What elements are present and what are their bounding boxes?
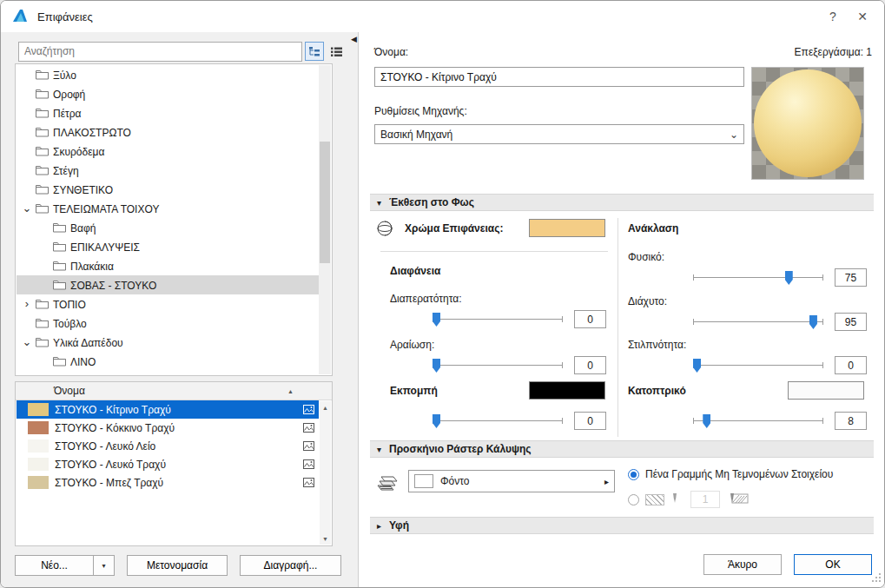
tree-item[interactable]: ⌄Υλικά Δαπέδου <box>17 333 319 352</box>
specular-title: Κατοπτρικό <box>628 385 686 397</box>
emission-value[interactable]: 0 <box>574 412 606 430</box>
section-fill-title: Προσκήνιο Ράστερ Κάλυψης <box>389 443 532 455</box>
emission-slider[interactable] <box>433 413 563 429</box>
tree-item-label: Οροφή <box>53 88 85 101</box>
diffuse-slider[interactable] <box>693 314 823 330</box>
slider-thumb[interactable] <box>433 313 440 327</box>
emission-title: Εκπομπή <box>390 385 438 397</box>
cancel-button[interactable]: Άκυρο <box>703 554 782 575</box>
tree-item[interactable]: Τούβλο <box>17 314 319 333</box>
surface-name: ΣΤΟΥΚΟ - Κόκκινο Τραχύ <box>55 422 298 434</box>
specular-slider[interactable] <box>693 413 823 429</box>
chevron-down-icon[interactable]: ⌄ <box>20 338 34 347</box>
ambient-value[interactable]: 75 <box>835 268 867 287</box>
tree-item[interactable]: ΕΠΙΚΑΛΥΨΕΙΣ <box>17 237 319 256</box>
surface-swatch <box>28 439 49 453</box>
sort-ascending-icon: ▲ <box>287 388 294 394</box>
slider-thumb[interactable] <box>785 271 793 285</box>
new-dropdown-arrow-icon[interactable]: ▾ <box>93 555 115 576</box>
section-light-header[interactable]: ▾ Έκθεση στο Φως <box>370 194 874 211</box>
surface-name-input[interactable] <box>374 67 744 87</box>
section-texture-header[interactable]: ▸ Υφή <box>370 517 874 534</box>
surface-row[interactable]: ΣΤΟΥΚΟ - Κίτρινο Τραχύ <box>17 400 319 419</box>
surface-row[interactable]: ΣΤΟΥΚΟ - Λευκό Λείο <box>17 437 319 455</box>
folder-icon <box>36 165 49 175</box>
section-fill-header[interactable]: ▾ Προσκήνιο Ράστερ Κάλυψης <box>370 440 874 458</box>
specular-value[interactable]: 8 <box>835 412 867 430</box>
transmittance-value[interactable]: 0 <box>574 310 606 328</box>
transmittance-slider[interactable] <box>433 312 563 327</box>
fill-layers-icon <box>376 473 400 495</box>
shininess-value[interactable]: 0 <box>835 356 867 374</box>
new-button[interactable]: Νέο... <box>15 555 93 576</box>
shininess-slider[interactable] <box>693 358 823 373</box>
slider-thumb[interactable] <box>703 414 710 428</box>
search-box <box>18 42 302 62</box>
hatch-icon <box>645 494 664 505</box>
uncut-line-pen-label: Πένα Γραμμής Μη Τεμνομένων Στοιχείου <box>645 468 833 480</box>
search-input[interactable] <box>19 43 301 61</box>
resize-grip[interactable] <box>872 573 882 585</box>
tree-item[interactable]: Πέτρα <box>17 103 319 122</box>
pen-picker-icon <box>670 492 680 507</box>
attenuation-value[interactable]: 0 <box>574 356 606 374</box>
tree-item[interactable]: ⌄ΤΕΛΕΙΩΜΑΤΑ ΤΟΙΧΟΥ <box>17 199 319 218</box>
tree-item[interactable]: Ξύλο <box>17 65 319 84</box>
attenuation-slider[interactable] <box>433 358 563 373</box>
tree-item[interactable]: ΣΟΒΑΣ - ΣΤΟΥΚΟ <box>17 275 319 294</box>
list-header[interactable]: Όνομα ▲ <box>16 382 332 400</box>
chevron-down-icon[interactable]: ⌄ <box>20 204 34 213</box>
folder-icon <box>53 261 66 271</box>
folder-icon <box>36 108 49 118</box>
fill-type-select[interactable]: Φόντο ▸ <box>408 470 615 492</box>
scroll-down-icon[interactable]: ▼ <box>320 532 331 545</box>
diffuse-value[interactable]: 95 <box>835 313 867 331</box>
tree-view-toggle[interactable] <box>305 42 324 61</box>
folder-icon <box>36 69 49 80</box>
delete-button[interactable]: Διαγραφή... <box>240 555 341 576</box>
tree-item-label: Στέγη <box>53 164 79 177</box>
tree-item[interactable]: Στέγη <box>17 161 319 180</box>
rename-button[interactable]: Μετονομασία <box>127 555 228 576</box>
tree-item[interactable]: Πλακάκια <box>17 256 319 275</box>
tree-item[interactable]: ΣΥΝΘΕΤΙΚΟ <box>17 180 319 199</box>
tree-scrollbar[interactable] <box>319 65 331 374</box>
scroll-up-icon[interactable]: ▲ <box>320 401 331 413</box>
tree-item[interactable]: Οροφή <box>17 84 319 103</box>
emission-color-swatch[interactable] <box>529 381 605 400</box>
slider-thumb[interactable] <box>433 414 440 428</box>
collapse-panel-arrow-icon[interactable]: ◀ <box>351 35 357 43</box>
help-button[interactable]: ? <box>818 4 848 29</box>
caret-down-icon: ▾ <box>377 445 389 454</box>
pen-number-input[interactable] <box>690 491 720 508</box>
chevron-right-icon[interactable]: › <box>20 300 34 308</box>
surface-color-swatch[interactable] <box>529 219 605 237</box>
tree-item[interactable]: Σκυρόδεμα <box>17 142 319 161</box>
tree-item[interactable]: ΠΛΑΚΟΣΤΡΩΤΟ <box>17 122 319 142</box>
tree-scrollbar-thumb[interactable] <box>320 142 330 263</box>
tree-item-label: Πλακάκια <box>70 260 114 273</box>
tree-item[interactable]: Βαφή <box>17 218 319 237</box>
slider-thumb[interactable] <box>809 315 817 329</box>
list-scrollbar[interactable]: ▲ ▼ <box>320 401 331 545</box>
close-button[interactable]: ✕ <box>848 4 877 29</box>
tree-item[interactable]: ΛΙΝΟ <box>17 352 319 371</box>
ok-button[interactable]: OK <box>794 554 872 575</box>
ambient-slider[interactable] <box>693 270 823 286</box>
chevron-down-icon: ⌄ <box>730 131 738 138</box>
slider-thumb[interactable] <box>693 359 701 373</box>
custom-pen-radio[interactable] <box>628 494 639 505</box>
folder-icon <box>36 89 49 99</box>
fill-preview-swatch <box>414 474 433 488</box>
surface-row[interactable]: ΣΤΟΥΚΟ - Μπεζ Τραχύ <box>17 473 319 492</box>
tree-item[interactable]: ›ΤΟΠΙΟ <box>17 294 319 314</box>
specular-color-swatch[interactable] <box>788 381 864 400</box>
tree-item-label: ΤΕΛΕΙΩΜΑΤΑ ΤΟΙΧΟΥ <box>53 202 159 215</box>
surface-row[interactable]: ΣΤΟΥΚΟ - Λευκό Τραχύ <box>17 455 319 473</box>
list-view-toggle[interactable] <box>327 42 346 61</box>
tree-item-label: ΣΥΝΘΕΤΙΚΟ <box>53 183 113 196</box>
engine-select[interactable]: Βασική Μηχανή ⌄ <box>374 124 744 144</box>
uncut-line-pen-radio[interactable] <box>628 469 639 480</box>
surface-row[interactable]: ΣΤΟΥΚΟ - Κόκκινο Τραχύ <box>17 419 319 437</box>
slider-thumb[interactable] <box>433 359 440 373</box>
